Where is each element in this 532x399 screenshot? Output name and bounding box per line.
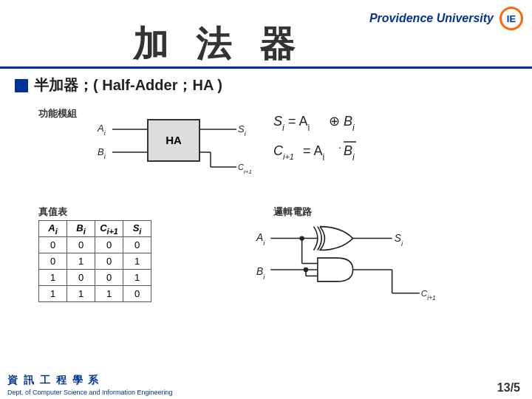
svg-text:= Ai: = Ai (303, 143, 324, 163)
table-row: 1001 (39, 270, 151, 286)
col-header-si: Si (123, 221, 151, 237)
svg-point-33 (299, 236, 304, 240)
table-cell: 0 (39, 253, 67, 270)
svg-text:Bi: Bi (256, 266, 265, 281)
equation-2: Ci+1 = Ai · Bi (273, 137, 421, 163)
svg-point-36 (304, 267, 308, 272)
table-cell: 0 (95, 237, 123, 253)
table-cell: 0 (39, 237, 67, 253)
svg-text:Bi: Bi (344, 143, 355, 163)
table-row: 0000 (39, 237, 151, 253)
svg-text:Bi: Bi (344, 114, 355, 132)
section-heading: 半加器；( Half-Adder；HA ) (15, 75, 222, 95)
table-cell: 0 (123, 286, 151, 302)
page-number: 13/5 (497, 381, 520, 395)
footer-left: 資 訊 工 程 學 系 Dept. of Computer Science an… (7, 374, 173, 396)
page-title: 加 法 器 (133, 21, 304, 68)
truth-table: Ai Bi Ci+1 Si 0000010110011110 (38, 220, 151, 302)
col-header-bi: Bi (67, 221, 95, 237)
table-cell: 1 (39, 270, 67, 286)
svg-text:HA: HA (166, 134, 182, 146)
table-cell: 1 (123, 253, 151, 270)
svg-text:Ai: Ai (256, 232, 265, 247)
svg-text:Ci+1: Ci+1 (238, 163, 252, 175)
table-cell: 1 (123, 270, 151, 286)
table-row: 0101 (39, 253, 151, 270)
equations: Si = Ai ⊕ Bi Ci+1 = Ai · Bi (273, 109, 421, 169)
svg-text:Si: Si (273, 114, 284, 132)
func-label: 功能模組 (38, 107, 77, 120)
table-cell: 0 (67, 270, 95, 286)
table-row: 1110 (39, 286, 151, 302)
table-cell: 0 (95, 270, 123, 286)
ha-block-diagram: Ai Bi HA Si Ci+1 (96, 109, 259, 176)
footer-dept-chinese: 資 訊 工 程 學 系 (7, 374, 173, 387)
col-header-ci: Ci+1 (95, 221, 123, 237)
logic-circuit: Ai Bi Si Ci+1 (255, 218, 514, 321)
logic-label: 邏輯電路 (273, 205, 312, 219)
table-cell: 0 (123, 237, 151, 253)
svg-text:⊕: ⊕ (329, 114, 340, 129)
svg-text:= Ai: = Ai (288, 114, 310, 132)
table-cell: 0 (67, 237, 95, 253)
svg-text:Ci+1: Ci+1 (273, 143, 294, 161)
divider (0, 66, 532, 69)
truth-label: 真值表 (38, 205, 67, 219)
svg-text:Si: Si (395, 233, 403, 248)
table-cell: 1 (67, 253, 95, 270)
bullet-icon (15, 79, 28, 92)
equation-1: Si = Ai ⊕ Bi (273, 109, 421, 132)
footer-dept-english: Dept. of Computer Science and Informatio… (7, 389, 173, 396)
svg-text:Ci+1: Ci+1 (421, 288, 436, 301)
logo: IE (499, 7, 523, 30)
table-cell: 1 (67, 286, 95, 302)
svg-text:·: · (338, 141, 341, 153)
svg-text:Si: Si (238, 123, 247, 137)
svg-text:Ai: Ai (97, 123, 106, 137)
table-cell: 1 (39, 286, 67, 302)
svg-text:Bi: Bi (98, 146, 106, 160)
table-cell: 0 (95, 253, 123, 270)
university-name: Providence University (369, 12, 494, 25)
table-cell: 1 (95, 286, 123, 302)
header: Providence University IE (340, 0, 532, 37)
col-header-ai: Ai (39, 221, 67, 237)
